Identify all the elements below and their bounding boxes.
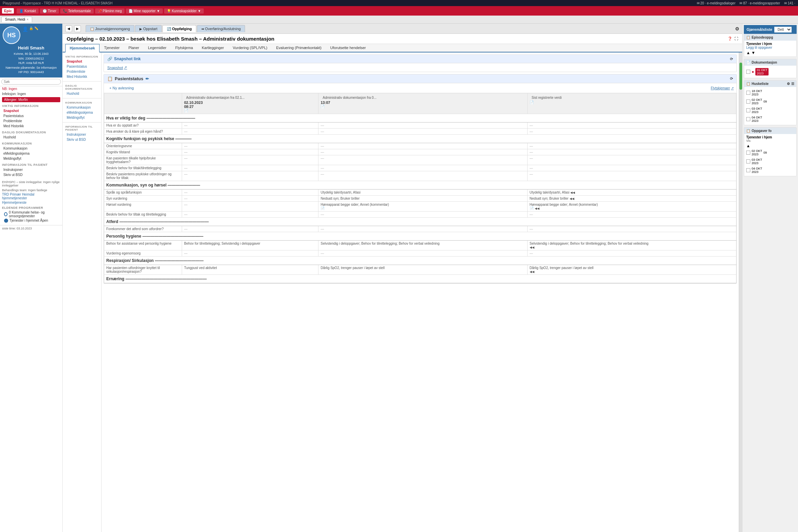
oppgaver-item-2: 03 OKT2023	[746, 157, 794, 166]
left-nav-meldingsflyt[interactable]: Meldingsflyt	[65, 115, 98, 120]
left-nav-emeldingsskjema[interactable]: eMeldingsskjema	[65, 110, 98, 115]
mine-rapporter-button[interactable]: 📄 Mine rapporter ▼	[126, 8, 163, 14]
ny-avlesning-button[interactable]: + Ny avlesning	[107, 84, 136, 91]
telefonsamtale-button[interactable]: 📞 Telefonsamtale	[60, 8, 93, 14]
sidebar-viktig-title: VIKTIG INFORMASJON	[2, 104, 60, 108]
huskeliste-date-2: 02 OKT2023	[752, 98, 762, 105]
left-nav-pasientstatus[interactable]: Pasientstatus	[65, 64, 98, 69]
huskeliste-date-1: 18 OKT2023	[752, 89, 762, 96]
row-beskriv-tilrettelegging: Beskriv behov for tiltak og tilrettelegg…	[104, 211, 736, 217]
left-nav-hushold[interactable]: Hushold	[65, 91, 98, 96]
huskeliste-menu-icon[interactable]: ☰	[791, 82, 794, 86]
sub-tab-evaluering[interactable]: Evaluering (Primærkontakt)	[272, 44, 326, 53]
sub-tab-uforutsette[interactable]: Uforutsette hendelser	[326, 44, 370, 53]
tab-close-icon[interactable]: ×	[26, 18, 28, 21]
checkbox-h3[interactable]	[746, 108, 750, 112]
sidebar-item-instruksjoner[interactable]: Instruksjoner	[2, 167, 60, 172]
row-trygghetsalarm: Kan pasienten tilkalle hjelp/bruke trygg…	[104, 155, 736, 165]
up-arrow2[interactable]: ▲	[746, 144, 750, 148]
oppgaver-body: Tjenester i hjem Vis: ▲ 02 OKT2023 09 03…	[744, 134, 796, 176]
sub-tab-hjemmebesok[interactable]: Hjemmebesøk	[65, 44, 99, 53]
sidebar-item-snapshot[interactable]: Snapshot	[2, 108, 60, 113]
vis-label: Vis:	[746, 139, 794, 142]
doc-icon-horsel: 📄	[321, 206, 325, 210]
row-assistanse-hygiene: Behov for assistanse ved personlig hygie…	[104, 241, 736, 250]
flytskjemaer-link[interactable]: Flytskjemaer ↗	[711, 86, 734, 90]
checkbox-o2[interactable]	[746, 159, 750, 164]
huskeliste-item-3: 03 OKT2023	[746, 106, 794, 115]
kontakt-button[interactable]: 👤 Kontakt	[17, 8, 39, 14]
snapshot-header: 🔗 Snapshot link ⟳	[104, 55, 736, 63]
help-icon[interactable]: ❓	[728, 37, 732, 41]
team-item-hjemmetjeneste[interactable]: Hjemmetjeneste	[0, 200, 62, 205]
scrollbar[interactable]	[739, 53, 742, 532]
tab-oppfolging[interactable]: 🔄 Oppfølging	[163, 25, 196, 32]
checkbox-h2[interactable]	[746, 99, 750, 103]
up-arrow[interactable]: ▲	[746, 51, 750, 55]
sidebar-info-title: INFORMASJON TIL PASIENT	[2, 163, 60, 167]
huskeliste-body: 18 OKT2023 02 OKT2023 09 03 OKT2023 04 O…	[744, 87, 796, 125]
checkbox-1[interactable]	[746, 70, 750, 74]
sidebar-item-kommunikasjon[interactable]: Kommunikasjon	[2, 146, 60, 151]
sub-tab-legemidler[interactable]: Legemidler	[144, 44, 170, 53]
refresh-icon[interactable]: ⟳	[730, 57, 733, 61]
program-kommunale[interactable]: 0 Kommunale helse- og omsorgstjenester	[2, 210, 60, 218]
search-box[interactable]	[0, 77, 62, 86]
sidebar-item-pasientstatus[interactable]: Pasientstatus	[2, 113, 60, 118]
down-arrow[interactable]: ▼	[751, 51, 755, 55]
team-item-primær[interactable]: TRD Primær Heimdal hjemmetjenester	[0, 192, 62, 200]
checkbox-o3[interactable]	[746, 168, 750, 172]
left-nav-kommunikasjon[interactable]: Kommunikasjon	[65, 105, 98, 110]
forward-button[interactable]: ▶	[74, 25, 81, 32]
left-nav-problemliste[interactable]: Problemliste	[65, 69, 98, 74]
episode-body: Tjenester i hjem Legg til oppgaver ▲ ▼	[744, 41, 796, 57]
tab-journalgjennomgang[interactable]: 📋 Journalgjennomgang	[86, 25, 134, 32]
edit-icon[interactable]: ✏	[146, 76, 149, 81]
left-nav-snapshot[interactable]: Snapshot	[65, 59, 98, 64]
sidebar-item-problemliste[interactable]: Problemliste	[2, 118, 60, 124]
patient-tab[interactable]: Smash, Heidi ×	[1, 17, 32, 22]
gjoremal-dropdown[interactable]: Dett	[774, 27, 792, 33]
sidebar-item-skriv-ut-bsd[interactable]: Skriv ut BSD	[2, 172, 60, 177]
nav-bar: Epic 👤 Kontakt 🕐 Timer 📞 Telefonsamtale …	[0, 6, 798, 16]
tab-overfoering[interactable]: ➡ Overføring/Avslutning	[197, 25, 245, 32]
sidebar-item-hushold[interactable]: Hushold	[2, 135, 60, 140]
checkbox-o1[interactable]	[746, 151, 750, 155]
epic-logo[interactable]: Epic	[2, 8, 14, 14]
left-nav-divider3	[63, 122, 101, 122]
nb-alert: NB: Ingen	[0, 86, 62, 91]
snapshot-link[interactable]: Snapshot ↗	[107, 65, 733, 70]
sidebar-item-emeldingsskjema[interactable]: eMeldingsskjema	[2, 151, 60, 156]
sub-tab-tjenester[interactable]: Tjenester	[100, 44, 124, 53]
sub-tab-flytskjema[interactable]: Flytskjema	[171, 44, 197, 53]
settings-icon[interactable]: ⚙	[735, 26, 739, 32]
pasientstatus-table: Administrativ dokumentasjon fra 02.1... …	[104, 93, 736, 283]
left-nav-skriv-ut[interactable]: Skriv ut BSD	[65, 137, 98, 142]
sidebar-item-med-historikk[interactable]: Med Historikk	[2, 124, 60, 129]
col2-header: Administrativ dokumentasjon fra 0... 13:…	[319, 93, 527, 114]
left-nav-instruksjoner[interactable]: Instruksjoner	[65, 132, 98, 137]
checkbox-h1[interactable]	[746, 91, 750, 95]
refresh-icon2[interactable]: ⟳	[730, 76, 733, 81]
row-hva-opptatt: Hva er du opptatt av? — — —	[104, 122, 736, 129]
paminn-meg-button[interactable]: 📌 Påminn meg	[95, 8, 125, 14]
sidebar-item-meldingsflyt[interactable]: Meldingsflyt	[2, 156, 60, 161]
search-input[interactable]	[1, 79, 61, 84]
back-button[interactable]: ◀	[65, 25, 72, 32]
kunnskapskilder-button[interactable]: 💡 Kunnskapskilder ▼	[164, 8, 204, 14]
timer-button[interactable]: 🕐 Timer	[40, 8, 59, 14]
fastlege-label: Behandlings team: Ingen fastlege	[0, 188, 62, 192]
legg-til-oppgaver-link[interactable]: Legg til oppgaver	[746, 46, 794, 50]
circle-icon	[4, 212, 7, 216]
checkbox-h4[interactable]	[746, 117, 750, 121]
program-tjenester[interactable]: Tjenester i hjemmet Åpen	[2, 218, 60, 223]
tab-oppstart[interactable]: ▶ Oppstart	[135, 25, 162, 32]
snapshot-link-text: Snapshot	[107, 66, 123, 70]
huskeliste-icon[interactable]: ⚙	[787, 82, 790, 86]
left-nav-divider2	[63, 98, 101, 98]
sub-tab-vurdering[interactable]: Vurdering (SPL/VPL)	[229, 44, 271, 53]
sub-tab-planer[interactable]: Planer	[124, 44, 143, 53]
expand-icon[interactable]: ⛶	[734, 37, 738, 41]
sub-tab-kartlegginger[interactable]: Kartlegginger	[198, 44, 228, 53]
left-nav-med-historikk[interactable]: Med Historikk	[65, 74, 98, 79]
